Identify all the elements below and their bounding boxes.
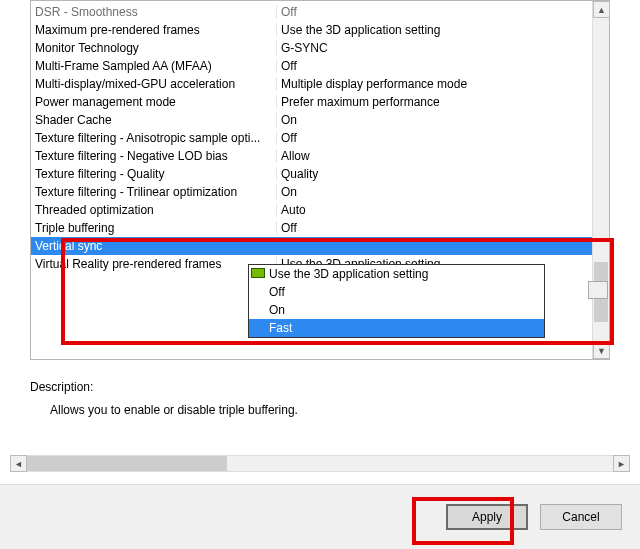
setting-row[interactable]: Shader CacheOn [31,111,609,129]
setting-row[interactable]: Texture filtering - Anisotropic sample o… [31,129,609,147]
setting-row[interactable]: Multi-Frame Sampled AA (MFAA)Off [31,57,609,75]
apply-button[interactable]: Apply [446,504,528,530]
scroll-up-arrow[interactable]: ▲ [593,1,610,18]
description-label: Description: [30,380,93,394]
setting-row[interactable]: Power management modePrefer maximum perf… [31,93,609,111]
setting-feature: Texture filtering - Anisotropic sample o… [31,131,276,145]
dropdown-option-label: Off [269,285,285,299]
setting-feature: Texture filtering - Negative LOD bias [31,149,276,163]
dropdown-option[interactable]: Fast [249,319,544,337]
dropdown-option-label: Use the 3D application setting [269,267,428,281]
setting-feature: Multi-Frame Sampled AA (MFAA) [31,59,276,73]
setting-feature: Texture filtering - Trilinear optimizati… [31,185,276,199]
setting-row[interactable]: Vertical syncFast▾ [31,237,609,255]
setting-row[interactable]: Triple bufferingOff [31,219,609,237]
setting-row[interactable]: Texture filtering - Trilinear optimizati… [31,183,609,201]
scroll-left-arrow[interactable]: ◄ [10,455,27,472]
setting-value[interactable]: G-SYNC [276,41,609,55]
dropdown-option[interactable]: Use the 3D application setting [249,265,544,283]
dropdown-option-label: Fast [269,321,292,335]
setting-feature: Power management mode [31,95,276,109]
setting-feature: Triple buffering [31,221,276,235]
nvidia-logo-icon [251,268,265,278]
setting-value[interactable]: On [276,113,609,127]
horizontal-scrollbar[interactable]: ◄ ► [10,455,630,472]
description-text: Allows you to enable or disable triple b… [50,403,298,417]
vertical-scrollbar[interactable]: ▲ ▼ [592,1,609,359]
setting-feature: Shader Cache [31,113,276,127]
setting-value[interactable]: Multiple display performance mode [276,77,609,91]
settings-table[interactable]: DSR - SmoothnessOffMaximum pre-rendered … [31,1,609,273]
setting-row[interactable]: Texture filtering - QualityQuality [31,165,609,183]
dropdown-option-label: On [269,303,285,317]
vsync-dropdown-list[interactable]: Use the 3D application settingOffOnFast [248,264,545,338]
setting-row[interactable]: Multi-display/mixed-GPU accelerationMult… [31,75,609,93]
setting-value[interactable]: Use the 3D application setting [276,23,609,37]
setting-feature: Virtual Reality pre-rendered frames [31,257,276,271]
setting-feature: Vertical sync [31,239,276,253]
dialog-footer: Apply Cancel [0,484,640,549]
scroll-right-arrow[interactable]: ► [613,455,630,472]
setting-value[interactable]: Prefer maximum performance [276,95,609,109]
setting-value[interactable]: Auto [276,203,609,217]
cancel-button[interactable]: Cancel [540,504,622,530]
setting-row[interactable]: Threaded optimizationAuto [31,201,609,219]
hscroll-thumb[interactable] [27,456,227,471]
setting-row[interactable]: DSR - SmoothnessOff [31,3,609,21]
setting-value[interactable]: Off [276,221,609,235]
setting-value[interactable]: On [276,185,609,199]
setting-row[interactable]: Monitor TechnologyG-SYNC [31,39,609,57]
setting-row[interactable]: Texture filtering - Negative LOD biasAll… [31,147,609,165]
setting-value[interactable]: Off [276,59,609,73]
dropdown-option[interactable]: Off [249,283,544,301]
setting-value[interactable]: Off [276,5,609,19]
setting-row[interactable]: Maximum pre-rendered framesUse the 3D ap… [31,21,609,39]
overflow-button[interactable] [588,281,608,299]
setting-value[interactable]: Allow [276,149,609,163]
setting-value[interactable]: Quality [276,167,609,181]
setting-feature: Multi-display/mixed-GPU acceleration [31,77,276,91]
cancel-button-label: Cancel [562,510,599,524]
setting-value[interactable]: Off [276,131,609,145]
setting-feature: DSR - Smoothness [31,5,276,19]
setting-feature: Monitor Technology [31,41,276,55]
setting-feature: Maximum pre-rendered frames [31,23,276,37]
dropdown-option[interactable]: On [249,301,544,319]
scroll-down-arrow[interactable]: ▼ [593,342,610,359]
setting-feature: Texture filtering - Quality [31,167,276,181]
apply-button-label: Apply [472,510,502,524]
setting-feature: Threaded optimization [31,203,276,217]
